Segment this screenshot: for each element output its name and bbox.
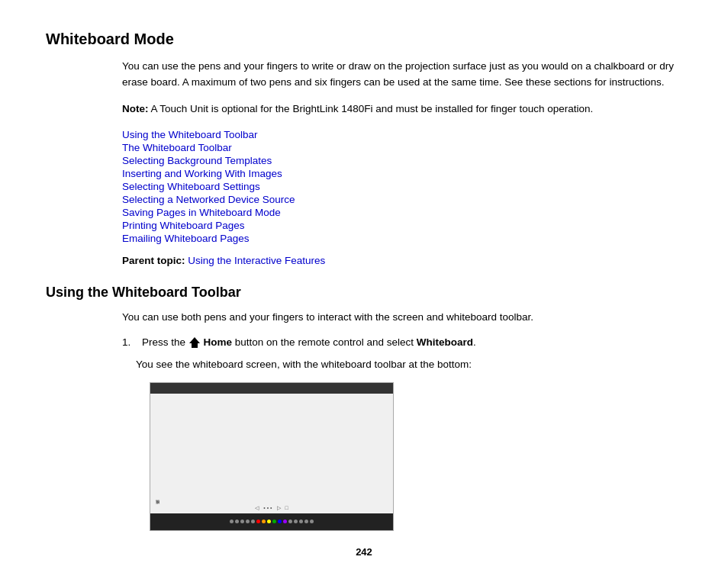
list-item: Using the Whiteboard Toolbar: [122, 128, 682, 140]
toolbar-dots: [230, 520, 314, 523]
toolbar-dot: [304, 520, 308, 523]
link-printing-pages[interactable]: Printing Whiteboard Pages: [122, 220, 245, 231]
step2-block: You see the whiteboard screen, with the …: [136, 357, 682, 531]
note-body: A Touch Unit is optional for the BrightL…: [151, 103, 594, 114]
list-item: The Whiteboard Toolbar: [122, 141, 682, 153]
links-list: Using the Whiteboard Toolbar The Whitebo…: [122, 128, 682, 244]
home-body: [192, 343, 198, 348]
list-item: Printing Whiteboard Pages: [122, 219, 682, 231]
screenshot-toolbar-bottom: [150, 513, 393, 530]
list-item: Saving Pages in Whiteboard Mode: [122, 206, 682, 218]
link-toolbar[interactable]: The Whiteboard Toolbar: [122, 142, 232, 153]
home-roof: [189, 337, 200, 343]
intro-paragraph: You can use the pens and your fingers to…: [122, 59, 682, 91]
parent-topic-label: Parent topic:: [122, 255, 185, 266]
list-item: 1. Press the Home button on the remote c…: [122, 335, 682, 351]
page-content: Whiteboard Mode You can use the pens and…: [46, 31, 682, 558]
toolbar-dot: [272, 520, 276, 523]
toolbar-dot: [288, 520, 292, 523]
nav-right-arrow: ▷: [277, 505, 281, 511]
link-saving-pages[interactable]: Saving Pages in Whiteboard Mode: [122, 207, 281, 218]
step1-content: Press the Home button on the remote cont…: [142, 335, 682, 351]
toolbar-dot: [240, 520, 244, 523]
list-item: Selecting Whiteboard Settings: [122, 180, 682, 192]
section1-title: Whiteboard Mode: [46, 31, 682, 48]
screenshot-top-bar: [150, 383, 393, 394]
home-icon: [189, 337, 200, 348]
toolbar-intro: You can use both pens and your fingers t…: [122, 310, 682, 326]
page-number: 242: [46, 546, 682, 558]
link-background-templates[interactable]: Selecting Background Templates: [122, 155, 272, 166]
list-item: Selecting Background Templates: [122, 154, 682, 166]
step-number: 1.: [122, 335, 136, 351]
step1-prefix: Press the: [142, 336, 188, 348]
toolbar-dot: [230, 520, 234, 523]
note-label: Note:: [122, 103, 149, 114]
section1-content: You can use the pens and your fingers to…: [122, 59, 682, 266]
list-item: Selecting a Networked Device Source: [122, 193, 682, 205]
nav-icon: □: [285, 505, 288, 510]
step-list: 1. Press the Home button on the remote c…: [122, 335, 682, 351]
screenshot-nav-area: ◁ • • • ▷ □: [150, 505, 393, 511]
nav-left-arrow: ◁: [255, 505, 259, 511]
toolbar-dot: [294, 520, 298, 523]
parent-topic-link[interactable]: Using the Interactive Features: [188, 255, 325, 266]
link-inserting-images[interactable]: Inserting and Working With Images: [122, 168, 282, 179]
screenshot-inner: 縦横比 ◁ • • • ▷ □: [150, 383, 393, 530]
parent-topic: Parent topic: Using the Interactive Feat…: [122, 255, 682, 266]
section2-content: You can use both pens and your fingers t…: [122, 310, 682, 531]
section2-title: Using the Whiteboard Toolbar: [46, 285, 682, 301]
section2: Using the Whiteboard Toolbar You can use…: [46, 285, 682, 531]
toolbar-dot: [278, 520, 282, 523]
step1-suffix: .: [473, 336, 476, 348]
toolbar-dot: [246, 520, 250, 523]
link-whiteboard-settings[interactable]: Selecting Whiteboard Settings: [122, 181, 260, 192]
toolbar-dot: [283, 520, 287, 523]
toolbar-dot: [262, 520, 266, 523]
toolbar-dot: [299, 520, 303, 523]
step1-bold: Whiteboard: [417, 336, 473, 348]
list-item: Inserting and Working With Images: [122, 167, 682, 179]
link-networked-device[interactable]: Selecting a Networked Device Source: [122, 194, 295, 205]
note-paragraph: Note: A Touch Unit is optional for the B…: [122, 101, 682, 117]
toolbar-dot: [267, 520, 271, 523]
toolbar-dot: [235, 520, 239, 523]
link-emailing-pages[interactable]: Emailing Whiteboard Pages: [122, 233, 250, 244]
nav-dots: • • •: [263, 505, 272, 510]
list-item: Emailing Whiteboard Pages: [122, 232, 682, 244]
link-using-toolbar[interactable]: Using the Whiteboard Toolbar: [122, 129, 258, 140]
toolbar-dot: [251, 520, 255, 523]
toolbar-dot: [310, 520, 314, 523]
step1-home: Home: [204, 336, 233, 348]
screenshot-box: 縦横比 ◁ • • • ▷ □: [150, 382, 394, 531]
step2-text: You see the whiteboard screen, with the …: [136, 357, 682, 373]
toolbar-dot: [256, 520, 260, 523]
step1-middle: button on the remote control and select: [232, 336, 417, 348]
